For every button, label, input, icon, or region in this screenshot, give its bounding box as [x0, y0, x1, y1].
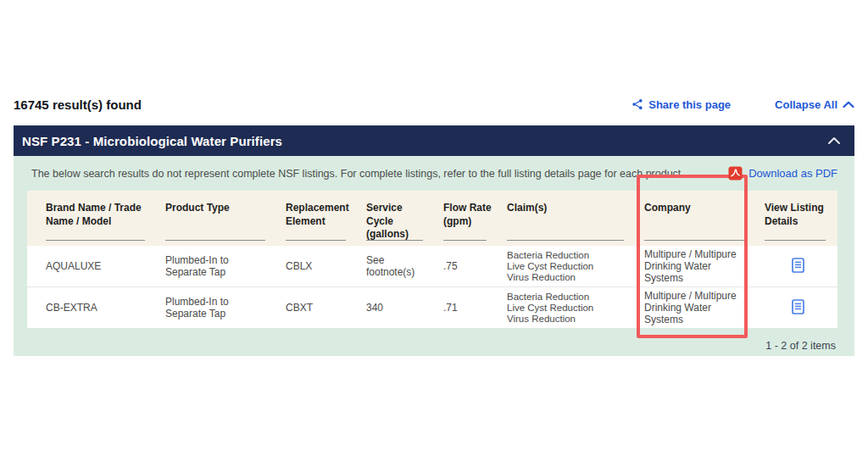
- column-header-product-type[interactable]: Product Type: [157, 191, 277, 246]
- flow-rate-cell: .71: [435, 287, 498, 329]
- company-cell: Multipure / Multipure Drinking Water Sys…: [636, 246, 756, 287]
- panel-body: The below search results do not represen…: [14, 156, 854, 356]
- claims-cell: Bacteria ReductionLive Cyst ReductionVir…: [498, 287, 636, 329]
- share-this-page-label: Share this page: [648, 98, 731, 111]
- disclaimer-row: The below search results do not represen…: [27, 166, 837, 181]
- column-header-company[interactable]: Company: [636, 191, 756, 246]
- replacement-element-cell: CBXT: [277, 287, 358, 329]
- sort-underline: [765, 240, 826, 241]
- claims-cell: Bacteria ReductionLive Cyst ReductionVir…: [498, 246, 636, 287]
- column-header-replacement-element[interactable]: Replacement Element: [277, 191, 358, 246]
- download-as-pdf-link[interactable]: Download as PDF: [728, 166, 837, 181]
- document-lines-icon[interactable]: [792, 299, 804, 314]
- collapse-all-label: Collapse All: [775, 98, 837, 111]
- pagination-status: 1 - 2 of 2 items: [27, 328, 837, 352]
- document-lines-icon[interactable]: [792, 258, 804, 273]
- download-as-pdf-label: Download as PDF: [748, 167, 837, 180]
- topbar: 16745 result(s) found Share this page Co…: [14, 95, 854, 114]
- sort-underline: [366, 240, 423, 241]
- sort-underline: [644, 240, 744, 241]
- disclaimer-text: The below search results do not represen…: [31, 168, 684, 180]
- panel-header[interactable]: NSF P231 - Microbiological Water Purifie…: [14, 125, 854, 156]
- service-cycle-cell: 340: [358, 287, 435, 329]
- replacement-element-cell: CBLX: [277, 246, 358, 287]
- column-header-service-cycle[interactable]: Service Cycle (gallons): [358, 191, 435, 246]
- results-count: 16745 result(s) found: [14, 97, 142, 112]
- brand-name-cell: AQUALUXE: [27, 246, 157, 287]
- pdf-file-icon: [728, 166, 743, 181]
- flow-rate-cell: .75: [435, 246, 498, 287]
- sort-underline: [286, 240, 346, 241]
- share-this-page-link[interactable]: Share this page: [632, 98, 731, 111]
- column-header-claims[interactable]: Claim(s): [498, 191, 636, 246]
- column-header-view-listing-details[interactable]: View Listing Details: [756, 191, 837, 246]
- sort-underline: [507, 240, 624, 241]
- share-icon: [632, 98, 643, 110]
- product-type-cell: Plumbed-In to Separate Tap: [157, 246, 277, 287]
- column-header-brand-name[interactable]: Brand Name / Trade Name / Model: [27, 191, 157, 246]
- sort-underline: [443, 240, 487, 241]
- collapse-all-button[interactable]: Collapse All: [775, 98, 854, 111]
- view-listing-details-cell: [756, 287, 837, 329]
- results-panel: NSF P231 - Microbiological Water Purifie…: [14, 125, 854, 356]
- chevron-up-icon: [843, 101, 854, 108]
- table-header-row: Brand Name / Trade Name / Model Product …: [27, 191, 837, 246]
- view-listing-details-cell: [756, 246, 837, 287]
- sort-underline: [46, 240, 145, 241]
- brand-name-cell: CB-EXTRA: [27, 287, 157, 329]
- service-cycle-cell: See footnote(s): [358, 246, 435, 287]
- topbar-links: Share this page Collapse All: [632, 98, 854, 111]
- sort-underline: [165, 240, 265, 241]
- table-row: AQUALUXE Plumbed-In to Separate Tap CBLX…: [27, 246, 837, 287]
- company-cell: Multipure / Multipure Drinking Water Sys…: [636, 287, 756, 329]
- column-header-flow-rate[interactable]: Flow Rate (gpm): [435, 191, 498, 246]
- product-type-cell: Plumbed-In to Separate Tap: [157, 287, 277, 329]
- panel-title: NSF P231 - Microbiological Water Purifie…: [22, 134, 282, 148]
- chevron-up-icon[interactable]: [827, 136, 841, 145]
- results-table: Brand Name / Trade Name / Model Product …: [27, 191, 837, 328]
- table-row: CB-EXTRA Plumbed-In to Separate Tap CBXT…: [27, 287, 837, 329]
